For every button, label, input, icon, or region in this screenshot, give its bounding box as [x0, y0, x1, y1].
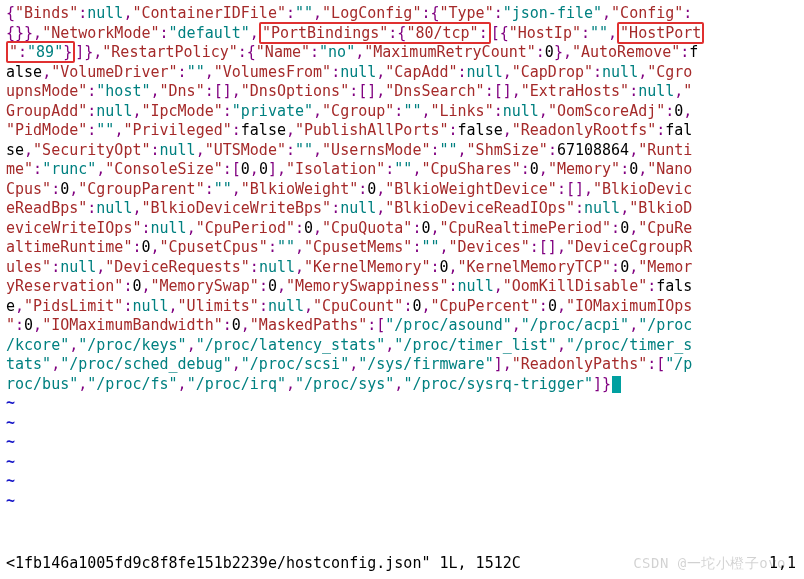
vim-tilde: ~ [6, 472, 15, 490]
highlight-hostport-key: "HostPort [617, 22, 704, 44]
status-filename: <1fb146a1005fd9c8f8fe151b2239e/hostconfi… [6, 554, 430, 572]
vim-tilde: ~ [6, 414, 15, 432]
vim-tilde: ~ [6, 453, 15, 471]
text-cursor [612, 376, 621, 393]
highlight-portbindings: "PortBindings":{"80/tcp": [259, 22, 491, 44]
vim-tilde: ~ [6, 394, 15, 412]
vim-tilde: ~ [6, 492, 15, 510]
editor-viewport[interactable]: {"Binds":null,"ContainerIDFile":"","LogC… [0, 0, 804, 579]
highlight-hostport-value: ":"89"} [6, 41, 75, 63]
vim-statusline: <1fb146a1005fd9c8f8fe151b2239e/hostconfi… [6, 554, 798, 574]
json-root-open: { [6, 4, 15, 22]
vim-tilde: ~ [6, 433, 15, 451]
status-position: 1,1 [769, 554, 796, 574]
status-info: 1L, 1512C [439, 554, 520, 572]
